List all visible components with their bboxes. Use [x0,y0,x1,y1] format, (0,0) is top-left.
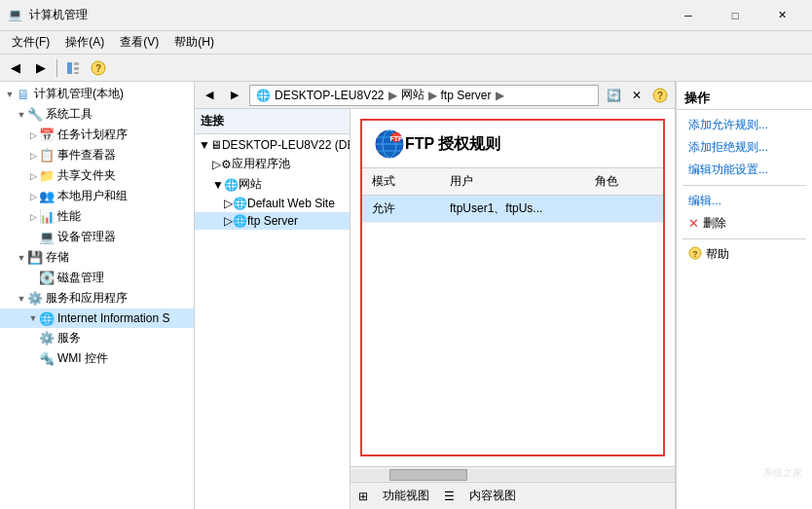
tree-arrow-perf: ▷ [27,211,39,223]
addr-part3: ftp Server [441,89,492,102]
content-view-button[interactable]: 内容视图 [462,485,523,507]
svg-rect-0 [67,62,72,74]
addr-help-button[interactable]: ? [649,85,671,106]
addr-stop-button[interactable]: ✕ [626,85,647,106]
tree-root[interactable]: ▼ 🖥 计算机管理(本地) [0,84,194,104]
delete-icon: ✕ [688,216,699,231]
conn-app-pools[interactable]: ▷ ⚙ 应用程序池 [195,154,350,174]
col-role: 角色 [585,171,663,192]
tree-iis[interactable]: ▼ 🌐 Internet Information S [0,309,194,328]
svg-text:?: ? [692,249,697,259]
sys-tools-icon: 🔧 [27,107,43,123]
tree-arrow-storage: ▼ [16,252,27,264]
storage-icon: 💾 [27,250,43,266]
addr-part2: 网站 [401,87,424,103]
add-allow-rule-action[interactable]: 添加允许规则... [677,114,812,136]
menu-view[interactable]: 查看(V) [112,32,166,53]
tree-dev-label: 设备管理器 [57,229,116,245]
tree-task-label: 任务计划程序 [57,127,128,143]
tree-root-label: 计算机管理(本地) [34,86,124,102]
show-action-pane-button[interactable] [61,56,85,80]
menu-file[interactable]: 文件(F) [4,32,57,53]
view-bar: ⊞ 功能视图 ☰ 内容视图 [351,482,675,509]
ftp-globe-icon: FTP [374,128,405,160]
conn-ftp-icon: 🌐 [233,214,247,228]
computer-icon: 🖥 [16,87,31,102]
content-view-icon: ☰ [444,490,455,503]
menu-help[interactable]: 帮助(H) [166,32,222,53]
right-panel: 操作 添加允许规则... 添加拒绝规则... 编辑功能设置... 编辑... ✕… [676,82,812,509]
addr-sep1: ▶ [388,89,397,102]
tree-sys-tools[interactable]: ▼ 🔧 系统工具 [0,104,194,125]
conn-ftp-arrow: ▷ [224,214,233,228]
ftp-rules-title: FTP 授权规则 [405,134,500,155]
col-mode: 模式 [362,171,440,192]
ftp-table-row[interactable]: 允许 ftpUser1、ftpUs... [362,196,663,223]
forward-button[interactable]: ▶ [29,56,53,80]
feature-view-button[interactable]: 功能视图 [376,485,436,507]
scroll-thumb[interactable] [389,469,467,481]
tree-arrow-task: ▷ [27,129,39,141]
addr-part1: DESKTOP-LEU8V22 [275,89,385,102]
tree-users-label: 本地用户和组 [57,188,128,204]
dev-icon: 💻 [39,230,55,245]
conn-websites[interactable]: ▼ 🌐 网站 [195,174,350,195]
help-label: 帮助 [706,246,729,263]
tree-shared-folders[interactable]: ▷ 📁 共享文件夹 [0,165,194,186]
conn-ftp-label: ftp Server [247,214,298,228]
conn-desktop[interactable]: ▼ 🖥 DESKTOP-LEU8V22 (DE [195,136,350,154]
menu-action[interactable]: 操作(A) [57,32,112,53]
task-sched-icon: 📅 [39,127,55,143]
cell-mode-0: 允许 [362,200,440,218]
shared-folder-icon: 📁 [39,168,55,184]
minimize-button[interactable]: ─ [666,0,711,31]
help-action[interactable]: ? 帮助 [677,243,812,266]
close-button[interactable]: ✕ [759,0,804,31]
tree-event-view[interactable]: ▷ 📋 事件查看器 [0,145,194,165]
edit-action[interactable]: 编辑... [677,190,812,212]
tree-services[interactable]: ⚙️ 服务 [0,328,194,348]
tree-svc-label: 服务和应用程序 [46,290,128,307]
window-controls: ─ □ ✕ [666,0,804,31]
edit-label: 编辑... [688,193,721,209]
connection-tree: ▼ 🖥 DESKTOP-LEU8V22 (DE ▷ ⚙ 应用程序池 ▼ 🌐 [195,134,350,509]
help-toolbar-button[interactable]: ? [87,56,110,80]
svg-rect-1 [74,62,79,65]
conn-default-web[interactable]: ▷ 🌐 Default Web Site [195,195,350,212]
tree-dev-mgr[interactable]: 💻 设备管理器 [0,227,194,247]
addr-forward-button[interactable]: ▶ [224,85,245,106]
cell-user-0: ftpUser1、ftpUs... [440,200,585,218]
tree-disk-label: 磁盘管理 [57,270,104,286]
users-icon: 👥 [39,189,55,204]
edit-feat-settings-action[interactable]: 编辑功能设置... [677,159,812,181]
toolbar: ◀ ▶ ? [0,55,812,82]
tree-shared-label: 共享文件夹 [57,167,116,184]
tree-storage[interactable]: ▼ 💾 存储 [0,247,194,268]
tree-local-users[interactable]: ▷ 👥 本地用户和组 [0,186,194,206]
tree-wmi[interactable]: 🔩 WMI 控件 [0,348,194,369]
delete-action[interactable]: ✕ 删除 [677,212,812,235]
tree-disk-mgr[interactable]: 💽 磁盘管理 [0,268,194,288]
horizontal-scrollbar[interactable] [351,469,675,481]
svg-text:?: ? [95,63,101,74]
tree-svc-apps[interactable]: ▼ ⚙️ 服务和应用程序 [0,288,194,309]
addr-refresh-button[interactable]: 🔄 [603,85,624,106]
address-icon-group: 🔄 ✕ ? [603,85,671,106]
menu-bar: 文件(F) 操作(A) 查看(V) 帮助(H) [0,31,812,55]
svg-text:?: ? [657,91,663,101]
add-allow-label: 添加允许规则... [688,117,768,133]
add-deny-rule-action[interactable]: 添加拒绝规则... [677,136,812,159]
tree-arrow-dev [27,232,39,243]
conn-default-web-icon: 🌐 [233,197,247,210]
maximize-button[interactable]: □ [713,0,757,31]
back-button[interactable]: ◀ [4,56,27,80]
content-panels: 连接 ▼ 🖥 DESKTOP-LEU8V22 (DE ▷ ⚙ 应用程序池 [195,109,675,509]
conn-ftp-server[interactable]: ▷ 🌐 ftp Server [195,212,350,230]
addr-back-button[interactable]: ◀ [199,85,220,106]
conn-desktop-label: DESKTOP-LEU8V22 (DE [222,138,350,152]
addr-sep2: ▶ [428,89,437,102]
tree-task-sched[interactable]: ▷ 📅 任务计划程序 [0,125,194,145]
conn-desktop-arrow: ▼ [199,138,210,152]
actions-header: 操作 [677,86,812,110]
tree-perf[interactable]: ▷ 📊 性能 [0,206,194,227]
